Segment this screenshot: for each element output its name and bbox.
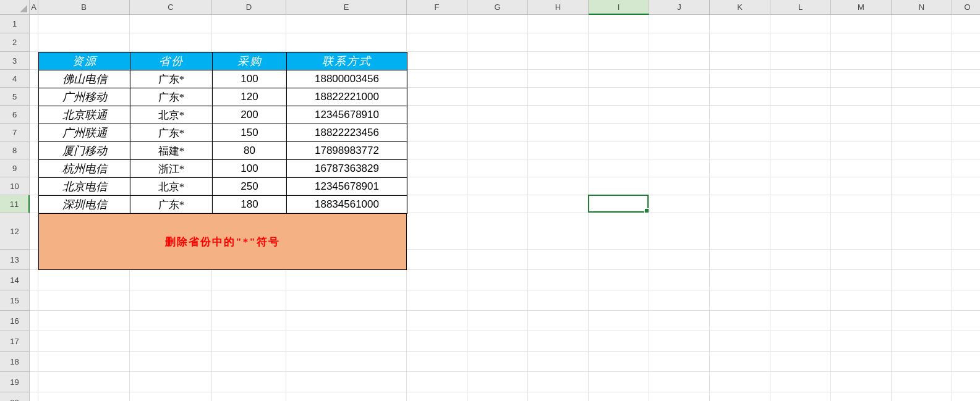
col-header-L[interactable]: L xyxy=(770,0,831,15)
row-header-1[interactable]: 1 xyxy=(0,15,30,33)
cell-province[interactable]: 广东* xyxy=(130,196,213,214)
row-header-14[interactable]: 14 xyxy=(0,270,30,290)
cell-qty[interactable]: 180 xyxy=(213,196,287,214)
col-header-E[interactable]: E xyxy=(286,0,407,15)
row-header-17[interactable]: 17 xyxy=(0,331,30,352)
table-row: 广州联通广东*15018822223456 xyxy=(39,124,407,142)
cell-qty[interactable]: 200 xyxy=(213,106,287,124)
col-header-K[interactable]: K xyxy=(710,0,770,15)
row-header-12[interactable]: 12 xyxy=(0,213,30,250)
row-header-3[interactable]: 3 xyxy=(0,52,30,70)
row-header-11[interactable]: 11 xyxy=(0,195,30,213)
row-header-4[interactable]: 4 xyxy=(0,70,30,88)
cell-resource[interactable]: 广州移动 xyxy=(39,88,130,106)
cell-resource[interactable]: 北京联通 xyxy=(39,106,130,124)
table-row: 深圳电信广东*18018834561000 xyxy=(39,196,407,214)
table-header[interactable]: 采购 xyxy=(213,53,287,70)
cell-province[interactable]: 广东* xyxy=(130,88,213,106)
cell-province[interactable]: 浙江* xyxy=(130,160,213,178)
col-header-O[interactable]: O xyxy=(952,0,980,15)
col-header-C[interactable]: C xyxy=(130,0,212,15)
table-row: 广州移动广东*12018822221000 xyxy=(39,88,407,106)
cell-contact[interactable]: 18822223456 xyxy=(287,124,407,142)
cell-province[interactable]: 北京* xyxy=(130,178,213,196)
table-row: 北京联通北京*20012345678910 xyxy=(39,106,407,124)
cell-qty[interactable]: 120 xyxy=(213,88,287,106)
table-row: 北京电信北京*25012345678901 xyxy=(39,178,407,196)
cell-resource[interactable]: 厦门移动 xyxy=(39,142,130,160)
select-all-corner[interactable] xyxy=(0,0,30,15)
cell-province[interactable]: 北京* xyxy=(130,106,213,124)
cell-contact[interactable]: 18822221000 xyxy=(287,88,407,106)
data-table: 资源省份采购联系方式佛山电信广东*10018800003456广州移动广东*12… xyxy=(38,52,407,214)
cell-contact[interactable]: 18800003456 xyxy=(287,70,407,88)
col-header-M[interactable]: M xyxy=(831,0,892,15)
row-header-18[interactable]: 18 xyxy=(0,352,30,372)
table-row: 杭州电信浙江*10016787363829 xyxy=(39,160,407,178)
row-header-10[interactable]: 10 xyxy=(0,177,30,195)
cell-contact[interactable]: 18834561000 xyxy=(287,196,407,214)
row-header-13[interactable]: 13 xyxy=(0,250,30,270)
table-header[interactable]: 联系方式 xyxy=(287,53,407,70)
cell-resource[interactable]: 广州联通 xyxy=(39,124,130,142)
cell-province[interactable]: 广东* xyxy=(130,124,213,142)
column-headers: ABCDEFGHIJKLMNO xyxy=(30,0,980,15)
row-header-15[interactable]: 15 xyxy=(0,290,30,311)
row-header-19[interactable]: 19 xyxy=(0,372,30,392)
instruction-note: 删除省份中的"*"符号 xyxy=(38,213,407,270)
row-header-20[interactable]: 20 xyxy=(0,392,30,401)
col-header-I[interactable]: I xyxy=(589,0,649,15)
cell-contact[interactable]: 12345678910 xyxy=(287,106,407,124)
col-header-D[interactable]: D xyxy=(212,0,286,15)
row-header-7[interactable]: 7 xyxy=(0,124,30,141)
row-header-16[interactable]: 16 xyxy=(0,311,30,331)
col-header-A[interactable]: A xyxy=(30,0,38,15)
grid-area[interactable]: 资源省份采购联系方式佛山电信广东*10018800003456广州移动广东*12… xyxy=(30,15,980,401)
col-header-F[interactable]: F xyxy=(407,0,467,15)
col-header-H[interactable]: H xyxy=(528,0,589,15)
table-row: 厦门移动福建*8017898983772 xyxy=(39,142,407,160)
cell-resource[interactable]: 杭州电信 xyxy=(39,160,130,178)
cell-resource[interactable]: 深圳电信 xyxy=(39,196,130,214)
row-header-5[interactable]: 5 xyxy=(0,88,30,106)
col-header-J[interactable]: J xyxy=(649,0,710,15)
col-header-G[interactable]: G xyxy=(467,0,528,15)
table-header[interactable]: 省份 xyxy=(130,53,213,70)
cell-qty[interactable]: 100 xyxy=(213,70,287,88)
table-row: 佛山电信广东*10018800003456 xyxy=(39,70,407,88)
cell-qty[interactable]: 150 xyxy=(213,124,287,142)
row-header-2[interactable]: 2 xyxy=(0,33,30,52)
row-header-6[interactable]: 6 xyxy=(0,106,30,124)
col-header-N[interactable]: N xyxy=(892,0,952,15)
cell-resource[interactable]: 佛山电信 xyxy=(39,70,130,88)
row-header-9[interactable]: 9 xyxy=(0,159,30,177)
col-header-B[interactable]: B xyxy=(38,0,130,15)
row-header-8[interactable]: 8 xyxy=(0,141,30,159)
cell-contact[interactable]: 12345678901 xyxy=(287,178,407,196)
data-table-wrap: 资源省份采购联系方式佛山电信广东*10018800003456广州移动广东*12… xyxy=(38,52,407,214)
instruction-text: 删除省份中的"*"符号 xyxy=(165,235,279,249)
cell-province[interactable]: 福建* xyxy=(130,142,213,160)
cell-qty[interactable]: 100 xyxy=(213,160,287,178)
table-header[interactable]: 资源 xyxy=(39,53,130,70)
cell-qty[interactable]: 250 xyxy=(213,178,287,196)
row-headers: 1234567891011121314151617181920 xyxy=(0,15,30,401)
cell-province[interactable]: 广东* xyxy=(130,70,213,88)
cell-qty[interactable]: 80 xyxy=(213,142,287,160)
spreadsheet: ABCDEFGHIJKLMNO 123456789101112131415161… xyxy=(0,0,980,401)
cell-contact[interactable]: 16787363829 xyxy=(287,160,407,178)
cell-contact[interactable]: 17898983772 xyxy=(287,142,407,160)
cell-resource[interactable]: 北京电信 xyxy=(39,178,130,196)
